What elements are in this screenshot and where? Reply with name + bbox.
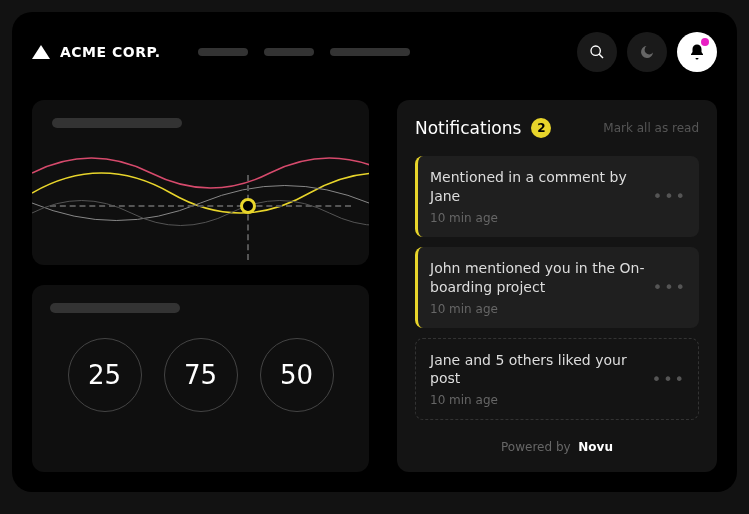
notification-title: Mentioned in a comment by Jane [430,168,659,206]
panel-title: Notifications [415,118,521,138]
notification-item[interactable]: Jane and 5 others liked your post10 min … [415,338,699,421]
left-column: 25 75 50 [32,100,369,472]
chart-highlight-point-icon [240,198,256,214]
nav-placeholder[interactable] [330,48,410,56]
metrics-card: 25 75 50 [32,285,369,472]
brand-name: ACME CORP. [60,44,160,60]
notification-menu-button[interactable]: ••• [652,369,686,388]
unread-badge: 2 [531,118,551,138]
notification-list: Mentioned in a comment by Jane10 min age… [415,156,699,430]
notification-title: Jane and 5 others liked your post [430,351,658,389]
chart-crosshair-v [247,175,249,260]
nav-placeholder[interactable] [198,48,248,56]
main-content: 25 75 50 Notifications 2 Mark all as rea… [32,100,717,472]
brand-logo: ACME CORP. [32,44,160,60]
wave-chart-card [32,100,369,265]
top-nav [198,48,410,56]
app-window: ACME CORP. [12,12,737,492]
panel-header: Notifications 2 Mark all as read [415,118,699,138]
wave-lines [32,138,369,238]
notification-time: 10 min age [430,211,659,225]
metric-circle: 50 [260,338,334,412]
notification-menu-button[interactable]: ••• [653,187,687,206]
metric-circle: 25 [68,338,142,412]
metric-circle: 75 [164,338,238,412]
notification-time: 10 min age [430,393,658,407]
metrics-title-placeholder [50,303,180,313]
notification-item[interactable]: Mentioned in a comment by Jane10 min age… [415,156,699,237]
svg-line-1 [599,54,603,58]
chart-title-placeholder [52,118,182,128]
notification-dot-icon [701,38,709,46]
search-icon [589,44,605,60]
notifications-button[interactable] [677,32,717,72]
logo-triangle-icon [32,45,50,59]
metric-circles: 25 75 50 [50,338,351,412]
header-actions [577,32,717,72]
notification-title: John mentioned you in the On-boarding pr… [430,259,659,297]
notifications-panel: Notifications 2 Mark all as read Mention… [397,100,717,472]
powered-prefix: Powered by [501,440,571,454]
notification-item[interactable]: John mentioned you in the On-boarding pr… [415,247,699,328]
notification-time: 10 min age [430,302,659,316]
nav-placeholder[interactable] [264,48,314,56]
powered-name: Novu [578,440,613,454]
header: ACME CORP. [32,32,717,72]
search-button[interactable] [577,32,617,72]
mark-all-read-button[interactable]: Mark all as read [603,121,699,135]
moon-icon [639,44,655,60]
notification-menu-button[interactable]: ••• [653,278,687,297]
powered-by: Powered by Novu [415,430,699,454]
theme-toggle-button[interactable] [627,32,667,72]
chart-crosshair-h [50,205,351,207]
svg-point-0 [591,46,600,55]
